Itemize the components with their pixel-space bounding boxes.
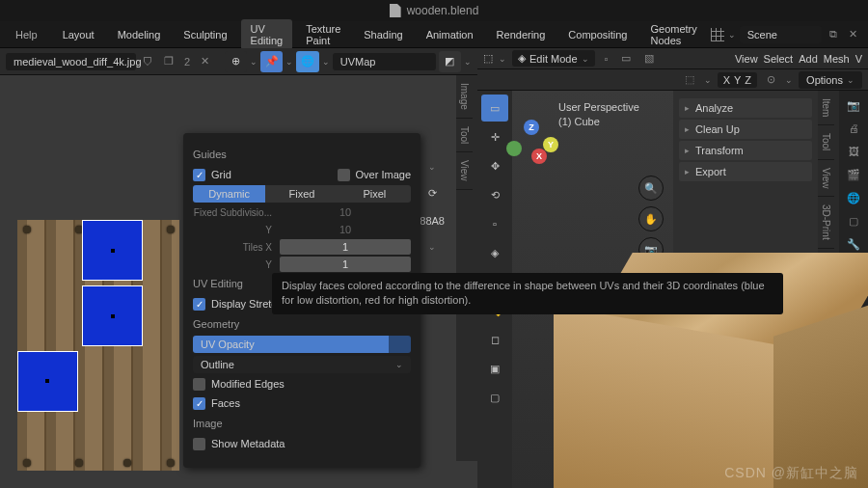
vert-select-icon[interactable]: ▫ xyxy=(601,50,612,68)
refresh-icon[interactable]: ⟳ xyxy=(428,187,437,200)
panel-cleanup[interactable]: Clean Up xyxy=(679,120,812,139)
guides-heading: Guides xyxy=(193,149,411,160)
scale-tool[interactable]: ▫ xyxy=(481,210,508,237)
prop-scene-icon[interactable]: 🎬 xyxy=(843,164,864,185)
edge-select-icon[interactable]: ▭ xyxy=(617,49,635,68)
fixed-sub-y-input: 10 xyxy=(280,222,411,237)
show-metadata-checkbox[interactable] xyxy=(193,438,205,450)
transform-orientation[interactable]: X Y Z xyxy=(718,72,757,88)
document-icon xyxy=(390,4,401,17)
face-select-icon[interactable]: ▧ xyxy=(640,49,658,68)
uv-face[interactable] xyxy=(82,285,143,346)
grid-type-segment[interactable]: Dynamic Fixed Pixel xyxy=(193,185,411,203)
num-icon: 2 xyxy=(180,53,194,70)
seg-fixed[interactable]: Fixed xyxy=(265,185,338,203)
scene-name-input[interactable]: Scene xyxy=(740,26,822,43)
prop-render-icon[interactable]: 📷 xyxy=(843,95,864,116)
tab-rendering[interactable]: Rendering xyxy=(487,25,556,44)
uvmap-selector[interactable]: UVMap xyxy=(333,53,436,70)
prop-object-icon[interactable]: ▢ xyxy=(843,210,864,231)
tiles-x-input[interactable]: 1 xyxy=(280,239,411,255)
linked-icon[interactable]: ❐ xyxy=(160,52,177,70)
tab-geometry-nodes[interactable]: Geometry Nodes xyxy=(640,19,706,50)
ntab-item[interactable]: Item xyxy=(818,91,834,125)
ntab-tool[interactable]: Tool xyxy=(818,125,834,159)
uv-face[interactable] xyxy=(25,359,69,403)
axis-gizmo[interactable]: Z Y X xyxy=(504,120,557,173)
zoom-icon[interactable]: 🔍 xyxy=(638,176,664,201)
pivot-icon[interactable]: ⊙ xyxy=(763,70,779,89)
transform-tool[interactable]: ◈ xyxy=(481,239,508,266)
tab-sculpting[interactable]: Sculpting xyxy=(174,25,236,44)
rotate-tool[interactable]: ⟲ xyxy=(481,181,508,208)
side-tab-image[interactable]: Image xyxy=(456,75,473,119)
seg-dynamic[interactable]: Dynamic xyxy=(193,185,265,203)
prop-view-icon[interactable]: 🖼 xyxy=(843,141,864,162)
tab-uv-editing[interactable]: UV Editing xyxy=(241,19,293,50)
over-image-checkbox[interactable] xyxy=(338,169,350,181)
image-heading: Image xyxy=(193,418,411,429)
side-tab-view[interactable]: View xyxy=(456,152,473,190)
tab-animation[interactable]: Animation xyxy=(417,25,483,44)
ntab-view[interactable]: View xyxy=(818,160,834,198)
expand-icon[interactable]: ⌄ xyxy=(428,162,436,172)
image-selector[interactable]: medieval_wood_diff_4k.jpg xyxy=(6,53,136,70)
tiles-y-input[interactable]: 1 xyxy=(280,257,411,272)
panel-analyze[interactable]: Analyze xyxy=(679,98,812,118)
tab-texture-paint[interactable]: Texture Paint xyxy=(296,19,350,50)
3d-viewport-area: ⬚⌄ ◈ Edit Mode ⌄ ▫ ▭ ▧ View Select Add M… xyxy=(477,48,868,488)
editor-type-icon[interactable]: ⬚ xyxy=(483,52,493,65)
viewport-header-2: ⬚⌄ X Y Z ⊙⌄ Options ⌄ xyxy=(477,69,868,91)
grid-checkbox[interactable]: ✓ xyxy=(193,169,205,181)
tab-modeling[interactable]: Modeling xyxy=(108,25,171,44)
inset-tool[interactable]: ▢ xyxy=(481,384,508,411)
menu-vertex[interactable]: V xyxy=(855,53,862,65)
panel-transform[interactable]: Transform xyxy=(679,141,812,160)
menu-help[interactable]: Help xyxy=(8,25,45,44)
options-dropdown[interactable]: Options ⌄ xyxy=(799,71,862,89)
panel-export[interactable]: Export xyxy=(679,162,812,181)
pan-icon[interactable]: ✋ xyxy=(638,206,664,231)
snap-toggle[interactable]: 📌 xyxy=(260,51,283,72)
title-bar: wooden.blend xyxy=(0,0,868,21)
menu-mesh[interactable]: Mesh xyxy=(824,53,850,65)
copy-scene-icon[interactable]: ⧉ xyxy=(826,25,841,43)
prop-modifier-icon[interactable]: 🔧 xyxy=(843,233,864,255)
uv-sync-toggle[interactable]: 🌐 xyxy=(296,51,318,72)
shield-icon[interactable]: ⛉ xyxy=(139,53,157,70)
mode-selector[interactable]: ◈ Edit Mode ⌄ xyxy=(512,50,595,67)
close-scene-icon[interactable]: ✕ xyxy=(845,25,861,43)
filename: wooden.blend xyxy=(407,4,479,17)
tab-compositing[interactable]: Compositing xyxy=(558,25,637,44)
expand-icon[interactable]: ⌄ xyxy=(428,242,436,252)
prop-world-icon[interactable]: 🌐 xyxy=(843,187,864,208)
ntab-3dprint[interactable]: 3D-Print xyxy=(818,197,834,249)
tab-layout[interactable]: Layout xyxy=(53,25,104,44)
scene-icon xyxy=(711,28,724,41)
menu-view[interactable]: View xyxy=(735,53,758,65)
overlay-toggle[interactable]: ◩ xyxy=(439,51,461,72)
pivot-dropdown[interactable]: ⊕ xyxy=(225,51,247,72)
display-stretch-checkbox[interactable]: ✓ xyxy=(193,298,205,311)
scene-selector[interactable]: ⌄ Scene ⧉ ✕ xyxy=(711,25,861,43)
unlink-icon[interactable]: ✕ xyxy=(197,52,213,70)
tab-shading[interactable]: Shading xyxy=(354,25,412,44)
modified-edges-checkbox[interactable] xyxy=(193,378,205,391)
outline-select[interactable]: Outline⌄ xyxy=(193,356,411,373)
tooltip: Display faces colored according to the d… xyxy=(272,273,783,314)
viewport-header: ⬚⌄ ◈ Edit Mode ⌄ ▫ ▭ ▧ View Select Add M… xyxy=(477,48,868,69)
add-cube-tool[interactable]: ◻ xyxy=(481,326,508,353)
menu-select[interactable]: Select xyxy=(764,53,794,65)
menu-add[interactable]: Add xyxy=(799,53,818,65)
seg-pixel[interactable]: Pixel xyxy=(339,185,411,203)
geometry-heading: Geometry xyxy=(193,318,411,330)
uv-face[interactable] xyxy=(82,220,143,281)
extrude-tool[interactable]: ▣ xyxy=(481,355,508,382)
select-box-icon[interactable]: ⬚ xyxy=(681,70,698,89)
side-tab-tool[interactable]: Tool xyxy=(456,119,473,152)
select-tool[interactable]: ▭ xyxy=(481,95,508,122)
prop-output-icon[interactable]: 🖨 xyxy=(843,118,864,139)
watermark: CSDN @新缸中之脑 xyxy=(724,465,858,482)
faces-checkbox[interactable]: ✓ xyxy=(193,397,205,410)
uv-opacity-slider[interactable]: UV Opacity xyxy=(193,336,411,353)
